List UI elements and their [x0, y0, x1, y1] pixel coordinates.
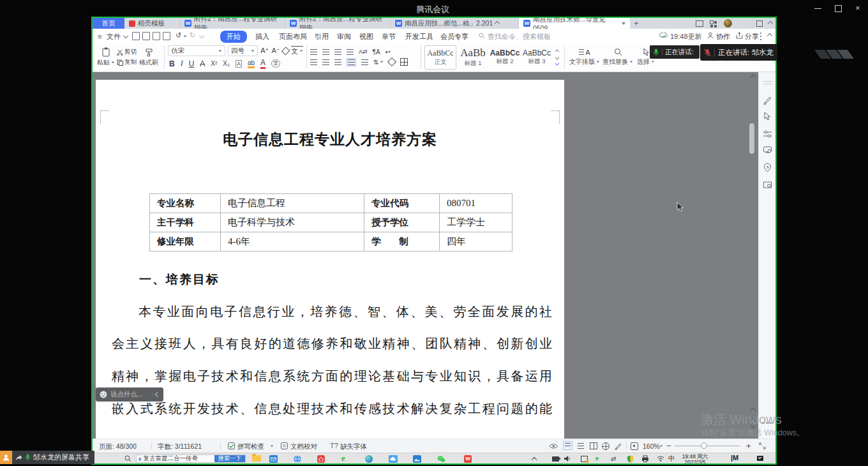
- superscript-icon[interactable]: X²: [211, 60, 217, 67]
- distribute-icon[interactable]: [361, 59, 368, 65]
- redo-icon[interactable]: ↻: [190, 31, 195, 40]
- collapse-tabbar-icon[interactable]: [768, 21, 773, 26]
- cut-button[interactable]: 剪切: [117, 48, 137, 56]
- stamp-tool-icon[interactable]: [763, 146, 772, 154]
- apps-grid-icon[interactable]: [710, 20, 714, 24]
- command-search-input[interactable]: 查找命令、搜索模板: [488, 32, 551, 41]
- zoom-in-button[interactable]: +: [746, 441, 751, 451]
- taskbar-search-box[interactable]: e 复古雷霆二合一传奇 搜索一下: [136, 455, 246, 463]
- undo-icon[interactable]: ↺: [176, 31, 181, 40]
- wechat-icon[interactable]: [437, 455, 445, 463]
- missing-font-icon[interactable]: T?: [330, 442, 338, 449]
- ie-green-icon[interactable]: e: [341, 453, 345, 463]
- format-painter-button[interactable]: 格式刷: [137, 48, 161, 67]
- text-layout-button[interactable]: A 文字排版: [568, 49, 601, 66]
- menu-insert[interactable]: 插入: [255, 32, 269, 41]
- grow-font-icon[interactable]: A⁺: [260, 47, 269, 55]
- maximize-button[interactable]: [835, 5, 842, 12]
- share-app-icon[interactable]: [0, 451, 12, 464]
- menu-references[interactable]: 引用: [315, 32, 329, 41]
- clock[interactable]: 19:48 周六 2022/3/5: [678, 454, 712, 463]
- zoom-level[interactable]: 160%: [643, 442, 660, 450]
- ie-tray-icon[interactable]: e: [595, 454, 599, 462]
- file-menu-arrow-icon[interactable]: [123, 33, 128, 38]
- highlight-icon[interactable]: ab: [248, 59, 255, 68]
- undo-arrow-icon[interactable]: [184, 35, 187, 37]
- save-icon[interactable]: [132, 32, 140, 40]
- word-count[interactable]: 字数: 3/111621: [158, 442, 202, 451]
- decrease-indent-icon[interactable]: [334, 49, 341, 55]
- wps-taskbar-icon[interactable]: W: [464, 455, 472, 463]
- speaker-icon[interactable]: [564, 455, 571, 462]
- font-size-select[interactable]: 四号: [228, 45, 258, 56]
- fullscreen-icon[interactable]: [759, 442, 766, 449]
- read-view-icon[interactable]: [590, 442, 597, 449]
- wifi-icon[interactable]: [657, 455, 664, 462]
- tab-doc2[interactable]: W 附件2：南昌应...程专业调研报告: [285, 18, 391, 29]
- security-shield-icon[interactable]: [627, 455, 634, 463]
- justify-icon[interactable]: [347, 58, 356, 66]
- clear-format-icon[interactable]: [281, 47, 290, 56]
- align-center-icon[interactable]: [322, 59, 329, 65]
- screenshot-tray-icon[interactable]: [581, 456, 588, 462]
- outline-view-icon[interactable]: [578, 443, 584, 449]
- find-replace-button[interactable]: 查找替换: [601, 48, 634, 66]
- style-heading2[interactable]: AaBbCc 标题 2: [490, 46, 520, 69]
- document-page[interactable]: 电子信息工程专业人才培养方案 专业名称 电子信息工程 专业代码 080701 主…: [96, 80, 564, 439]
- book-search-icon[interactable]: [763, 181, 772, 189]
- bullets-icon[interactable]: [310, 49, 317, 55]
- restore-window-icon[interactable]: [756, 20, 763, 27]
- new-tab-button[interactable]: +: [630, 18, 643, 29]
- tab-home[interactable]: 首页: [93, 18, 124, 29]
- spellcheck-icon[interactable]: [228, 442, 235, 449]
- zoom-arrow-icon[interactable]: [660, 446, 662, 447]
- emoji-icon[interactable]: [100, 391, 107, 398]
- huawei-store-icon[interactable]: [317, 455, 325, 463]
- phonetic-guide-icon[interactable]: 文: [291, 46, 303, 56]
- cloud-app-icon[interactable]: [389, 455, 398, 463]
- page-indicator[interactable]: 页面: 48/300: [99, 442, 137, 451]
- chat-quick-input[interactable]: 说点什么...: [96, 387, 163, 402]
- font-name-select[interactable]: 仿宋: [168, 45, 225, 56]
- cloud-sync-icon[interactable]: [659, 32, 668, 39]
- missing-font-label[interactable]: 缺失字体: [340, 442, 367, 451]
- ime-indicator[interactable]: 中: [668, 455, 675, 463]
- print-icon[interactable]: [153, 32, 160, 40]
- edge-icon[interactable]: [365, 455, 373, 463]
- share-button[interactable]: 分享: [745, 32, 759, 41]
- tab-menu-icon[interactable]: [622, 22, 625, 25]
- photos-icon[interactable]: [413, 455, 421, 463]
- menu-view[interactable]: 视图: [359, 32, 373, 41]
- web-view-icon[interactable]: [602, 442, 610, 450]
- eye-protection-icon[interactable]: [549, 443, 558, 449]
- hamburger-icon[interactable]: ≡: [98, 33, 101, 40]
- style-normal[interactable]: AaBbCc 正文: [424, 45, 456, 70]
- shading-icon[interactable]: [387, 57, 396, 66]
- bold-icon[interactable]: B: [169, 59, 175, 68]
- align-right-icon[interactable]: [334, 59, 341, 65]
- align-left-icon[interactable]: [310, 59, 317, 65]
- font-color-icon[interactable]: A: [260, 58, 266, 69]
- folder-icon[interactable]: [252, 455, 261, 462]
- style-heading3[interactable]: AaBbCc 标题 3: [521, 46, 552, 69]
- close-button[interactable]: ×: [855, 3, 860, 13]
- char-shading-icon[interactable]: A: [236, 60, 242, 68]
- printer-icon[interactable]: [641, 455, 649, 462]
- paragraph-mark-icon[interactable]: ¶A: [373, 49, 380, 56]
- pen-tool-icon[interactable]: [763, 95, 772, 105]
- share-icon[interactable]: [736, 32, 743, 39]
- wrap-icon[interactable]: ↩: [385, 49, 391, 56]
- collab-button[interactable]: 协作: [716, 32, 730, 41]
- select-tool-icon[interactable]: [763, 112, 772, 121]
- board-tray-icon[interactable]: [756, 455, 764, 462]
- m-tray-icon[interactable]: |M: [731, 454, 738, 462]
- sync-tray-icon[interactable]: ⇄: [611, 455, 616, 462]
- tab-doc3[interactable]: W 南昌应用技...师范...稿」2.201: [391, 18, 519, 29]
- tab-docer[interactable]: 稻壳模板: [124, 18, 180, 29]
- sidebar-handle[interactable]: [763, 81, 772, 82]
- zoom-slider-knob[interactable]: [701, 442, 707, 449]
- menu-section[interactable]: 章节: [382, 32, 396, 41]
- collab-icon[interactable]: [707, 32, 714, 39]
- increase-indent-icon[interactable]: [347, 49, 354, 55]
- tab-doc1[interactable]: W 附件2：南昌应...程专业调研报告: [180, 18, 285, 29]
